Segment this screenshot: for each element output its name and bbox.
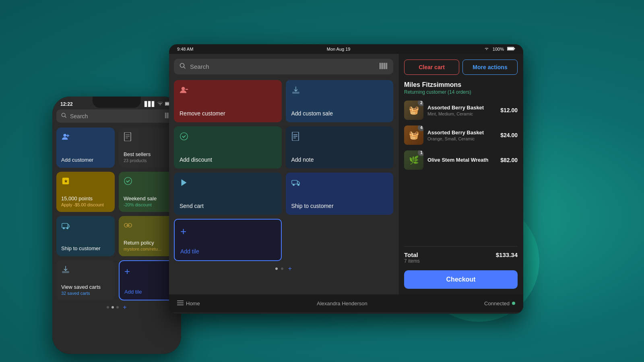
total-items: 7 items bbox=[404, 258, 420, 264]
svg-rect-30 bbox=[514, 48, 515, 49]
cart-item-2-image: 🌿 1 bbox=[404, 150, 423, 170]
svg-point-12 bbox=[64, 134, 66, 137]
phone-tile-weekend-sale-icon bbox=[124, 177, 172, 187]
phone-tile-saved-carts[interactable]: View saved carts 32 saved carts bbox=[56, 260, 115, 300]
tablet-tile-add-tile-label: Add tile bbox=[180, 248, 275, 255]
tablet-tile-add-tile[interactable]: + Add tile bbox=[174, 219, 282, 261]
svg-text:★: ★ bbox=[64, 179, 68, 183]
cart-item-0-details: Assorted Berry Basket Mint, Medium, Cera… bbox=[427, 105, 496, 116]
tablet-dot-1[interactable] bbox=[275, 267, 278, 270]
phone-tile-weekend-sale[interactable]: Weekend sale -20% discount bbox=[119, 172, 177, 212]
cart-item-1-image: 🧺 4 bbox=[404, 125, 423, 145]
phone-tile-weekend-sale-sub: -20% discount bbox=[124, 202, 172, 207]
clear-cart-button[interactable]: Clear cart bbox=[404, 60, 459, 75]
tablet-cart-panel: Clear cart More actions Miles Fitzsimmon… bbox=[398, 54, 523, 294]
phone-tile-points-label: 15,000 points bbox=[61, 195, 110, 202]
phone-tile-add-tile[interactable]: + Add tile bbox=[119, 260, 177, 300]
svg-rect-34 bbox=[380, 63, 380, 69]
customer-info: Miles Fitzsimmons Returning customer (14… bbox=[404, 81, 518, 101]
phone-tile-best-sellers-label: Best sellers bbox=[124, 151, 172, 157]
cart-items-list: 🧺 2 Assorted Berry Basket Mint, Medium, … bbox=[404, 101, 518, 243]
svg-point-51 bbox=[293, 184, 294, 186]
phone-page-dots: + bbox=[56, 304, 177, 313]
tablet-add-page-icon[interactable]: + bbox=[288, 265, 292, 272]
tablet-home-tab[interactable]: Home bbox=[177, 300, 200, 306]
tablet-wifi-icon bbox=[484, 47, 489, 51]
total-amount: $133.34 bbox=[496, 251, 518, 264]
tablet-add-custom-sale-icon bbox=[291, 86, 388, 97]
tablet-tile-remove-customer-label: Remove customer bbox=[180, 110, 276, 117]
tablet-tile-remove-customer[interactable]: Remove customer bbox=[174, 80, 282, 122]
tablet-tile-add-custom-sale-label: Add custom sale bbox=[291, 110, 388, 117]
tablet-battery-label: 100% bbox=[493, 47, 504, 51]
cart-item-1-variant: Orange, Small, Ceramic bbox=[427, 136, 496, 141]
phone-search-icon bbox=[61, 113, 67, 119]
tablet-tile-send-cart[interactable]: Send cart bbox=[174, 173, 282, 215]
phone-search-placeholder: Search bbox=[70, 113, 88, 119]
svg-rect-38 bbox=[384, 63, 385, 69]
svg-point-23 bbox=[63, 228, 65, 229]
checkout-button[interactable]: Checkout bbox=[404, 270, 518, 289]
phone-tile-best-sellers[interactable]: Best sellers 23 products bbox=[119, 128, 177, 168]
phone-tile-grid: Add customer Best sellers 23 products ★ … bbox=[56, 128, 177, 300]
tablet-tile-add-note[interactable]: Add note bbox=[286, 126, 394, 169]
phone-tile-ship-to-customer[interactable]: Ship to customer bbox=[56, 216, 115, 256]
customer-name: Miles Fitzsimmons bbox=[404, 81, 518, 88]
svg-line-4 bbox=[65, 116, 66, 118]
phone-add-page-icon[interactable]: + bbox=[123, 304, 126, 311]
phone-tile-return-policy-sub: mystore.com/retu... bbox=[124, 247, 172, 251]
tablet-bottom-bar: Home Alexandra Henderson Connected bbox=[169, 294, 523, 312]
svg-rect-6 bbox=[166, 113, 167, 118]
tablet-time: 9:48 AM bbox=[177, 47, 193, 51]
tablet-home-label: Home bbox=[186, 300, 200, 306]
phone-dot-2[interactable] bbox=[111, 306, 114, 309]
connected-label: Connected bbox=[484, 300, 510, 306]
svg-rect-22 bbox=[62, 223, 68, 228]
cart-item-1-details: Assorted Berry Basket Orange, Small, Cer… bbox=[427, 130, 496, 141]
phone-tile-add-customer[interactable]: Add customer bbox=[56, 128, 115, 168]
tablet-search-placeholder: Search bbox=[190, 63, 376, 70]
phone-tile-best-sellers-icon bbox=[124, 132, 172, 143]
tablet-barcode-icon[interactable] bbox=[380, 63, 388, 70]
connected-dot-icon bbox=[512, 302, 515, 305]
tablet-search-bar[interactable]: Search bbox=[174, 59, 393, 74]
phone-dot-3[interactable] bbox=[116, 306, 119, 309]
svg-point-24 bbox=[67, 228, 68, 229]
svg-point-44 bbox=[180, 133, 188, 140]
more-actions-button[interactable]: More actions bbox=[462, 60, 518, 75]
svg-rect-43 bbox=[292, 92, 299, 94]
tablet-remove-customer-icon bbox=[180, 86, 276, 97]
phone-tile-add-tile-label: Add tile bbox=[124, 289, 171, 295]
cart-item-0-variant: Mint, Medium, Ceramic bbox=[427, 111, 496, 116]
phone-tile-points[interactable]: ★ 15,000 points Apply -$5.00 discount bbox=[56, 172, 115, 212]
svg-rect-40 bbox=[386, 63, 387, 69]
tablet-date: Mon Aug 19 bbox=[327, 47, 351, 51]
phone-dot-1[interactable] bbox=[107, 306, 109, 309]
svg-marker-49 bbox=[182, 179, 187, 186]
svg-rect-5 bbox=[165, 113, 166, 118]
phone-tile-add-tile-icon: + bbox=[124, 266, 171, 277]
phone-time: 12:22 bbox=[60, 101, 73, 107]
svg-rect-31 bbox=[508, 47, 514, 50]
phone-tile-saved-carts-sub: 32 saved carts bbox=[61, 291, 110, 296]
svg-rect-8 bbox=[168, 113, 169, 118]
svg-rect-7 bbox=[167, 113, 168, 118]
phone-tile-ship-label: Ship to customer bbox=[61, 245, 110, 251]
phone-tile-return-policy[interactable]: Return policy mystore.com/retu... bbox=[119, 216, 177, 256]
tablet-tile-add-note-label: Add note bbox=[291, 156, 388, 163]
tablet-grid-panel: Search Remove customer Add cus bbox=[169, 54, 398, 294]
phone-search-bar[interactable]: Search bbox=[56, 109, 177, 123]
tablet-tile-add-discount[interactable]: Add discount bbox=[174, 126, 282, 169]
tablet-send-cart-icon bbox=[180, 178, 276, 189]
cart-item-1: 🧺 4 Assorted Berry Basket Orange, Small,… bbox=[404, 125, 518, 145]
phone-tile-return-policy-icon bbox=[124, 221, 172, 232]
phone-tile-return-policy-label: Return policy bbox=[124, 240, 172, 246]
tablet-tile-add-custom-sale[interactable]: Add custom sale bbox=[286, 80, 394, 122]
phone-tile-add-customer-icon bbox=[61, 132, 110, 143]
phone-device: 12:22 ▋▋▋ Search bbox=[52, 97, 181, 354]
tablet-tile-grid: Remove customer Add custom sale Add disc… bbox=[174, 80, 393, 261]
cart-item-0: 🧺 2 Assorted Berry Basket Mint, Medium, … bbox=[404, 101, 518, 120]
cart-item-2-name: Olive Stem Metal Wreath bbox=[427, 157, 496, 163]
tablet-tile-ship-to-customer[interactable]: Ship to customer bbox=[286, 173, 394, 215]
tablet-dot-2[interactable] bbox=[281, 267, 283, 270]
